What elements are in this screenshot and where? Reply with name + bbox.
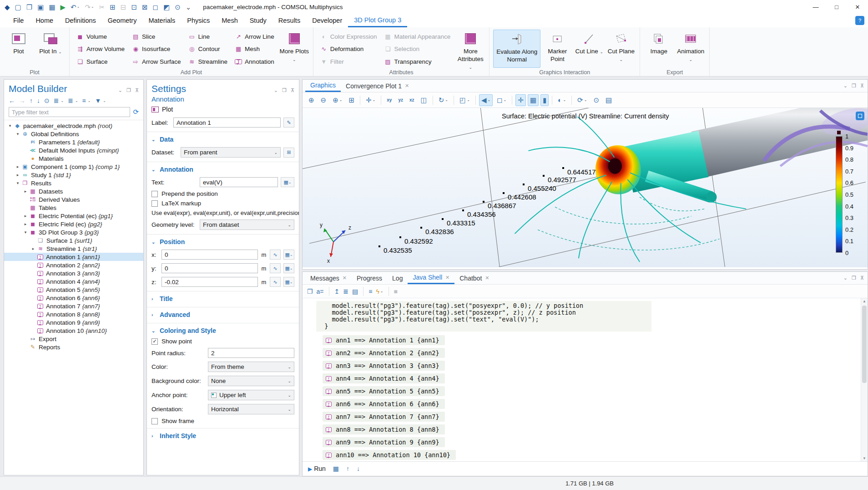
y-field[interactable]: 0: [161, 263, 258, 273]
filter-icon[interactable]: ▼: [95, 97, 101, 104]
shell-output-5[interactable]: Tann5 ==> Annotation 5 {ann5}: [323, 386, 445, 396]
tree-expander-icon[interactable]: ▸: [22, 189, 29, 194]
tree-item-materials[interactable]: ●Materials: [4, 154, 143, 163]
maximize-icon[interactable]: □: [826, 0, 847, 14]
tree-item-3d-plot-group-3[interactable]: ▾◼3D Plot Group 3{pg3}: [4, 228, 143, 236]
addplot-line[interactable]: ▭Line: [185, 31, 231, 43]
open-icon[interactable]: ❒: [26, 4, 32, 10]
scene-view-icon[interactable]: ◰⌄: [457, 94, 472, 106]
animation-button[interactable]: Animation ⌄: [676, 30, 706, 63]
minimize-icon[interactable]: —: [805, 0, 826, 14]
tree-item-results[interactable]: ▾❐Results: [4, 179, 143, 187]
range-icon[interactable]: ∿: [270, 277, 281, 287]
history-up-icon[interactable]: ↑: [346, 465, 349, 472]
run-button[interactable]: ▶ Run: [308, 465, 326, 472]
tree-item-parameters-1[interactable]: PiParameters 1{default}: [4, 138, 143, 146]
scroll-top-icon[interactable]: ↥: [334, 288, 340, 295]
tree-expander-icon[interactable]: ▾: [15, 181, 21, 185]
tab-3d-plot-group-3[interactable]: 3D Plot Group 3: [348, 14, 407, 27]
tree-item-surface-1[interactable]: ❏Surface 1{surf1}: [4, 236, 143, 245]
shell-output-6[interactable]: Tann6 ==> Annotation 6 {ann6}: [323, 399, 445, 409]
shell-output-10[interactable]: Tann10 ==> Annotation 10 {ann10}: [323, 450, 456, 460]
panel-float-icon[interactable]: ❐: [126, 87, 131, 93]
keyboard-icon[interactable]: ▦: [333, 465, 339, 472]
view-yz-icon[interactable]: yz: [396, 96, 405, 104]
c ut-line-button[interactable]: Cut Line ⌄: [574, 30, 604, 56]
tree-item-tables[interactable]: ▦Tables: [4, 204, 143, 212]
cut-plane-button[interactable]: Cut Plane ⌄: [606, 30, 636, 63]
find-icon[interactable]: ⊙: [175, 4, 181, 10]
select-box-icon[interactable]: ◻: [153, 4, 158, 10]
addplot-slice[interactable]: ▤Slice: [129, 31, 184, 43]
model-tree-columns-icon[interactable]: ≡: [82, 97, 86, 104]
addplot-contour[interactable]: ◎Contour: [185, 43, 231, 55]
variables-icon[interactable]: a=: [317, 288, 324, 295]
snapshot-icon[interactable]: ⊙: [591, 94, 601, 106]
collapse-all-icon[interactable]: ≣: [68, 97, 73, 104]
tree-item-study-1[interactable]: ▸∞Study 1{std 1}: [4, 171, 143, 179]
view-xy-icon[interactable]: xy: [384, 96, 394, 104]
view-xz-icon[interactable]: xz: [407, 96, 417, 104]
rename-icon[interactable]: ✎: [283, 117, 294, 128]
attr-selection[interactable]: ❏Selection: [381, 43, 454, 55]
range-icon[interactable]: ∿: [270, 263, 281, 273]
qat-customize-icon[interactable]: ⌄: [186, 4, 192, 10]
section-title[interactable]: ›Title: [147, 291, 299, 305]
plot-in-button[interactable]: Plot In ⌄: [35, 30, 66, 56]
menu-study[interactable]: Study: [244, 14, 273, 27]
tree-expander-icon[interactable]: ▾: [15, 132, 21, 136]
prepend-position-checkbox[interactable]: [151, 191, 158, 197]
shell-output-4[interactable]: Tann4 ==> Annotation 4 {ann4}: [323, 373, 445, 383]
menu-file[interactable]: File: [7, 14, 30, 27]
menu-definitions[interactable]: Definitions: [59, 14, 102, 27]
tree-item-reports[interactable]: ✎Reports: [4, 343, 143, 351]
y-menu-icon[interactable]: ▦⌄: [283, 263, 294, 273]
x-field[interactable]: 0: [161, 250, 258, 260]
evaluate-along-normal-button[interactable]: Evaluate Along Normal: [493, 30, 540, 68]
tree-item-derived-values[interactable]: 8.85 e-12Derived Values: [4, 195, 143, 204]
new-file-icon[interactable]: ▢: [15, 4, 21, 10]
assistant-icon[interactable]: ?: [855, 16, 864, 25]
close-tab-icon[interactable]: ✕: [405, 83, 409, 89]
color-select[interactable]: From theme⌄: [208, 362, 294, 372]
redo-icon[interactable]: ↷⌄: [85, 4, 94, 10]
shell-content[interactable]: model.result("pg3").feature(tag).set("po…: [303, 298, 868, 461]
show-icon[interactable]: ⊙: [44, 97, 50, 104]
shell-output-9[interactable]: Tann9 ==> Annotation 9 {ann9}: [323, 437, 445, 447]
tree-item-datasets[interactable]: ▸▦Datasets: [4, 187, 143, 195]
show-axes-icon[interactable]: ✛: [515, 94, 526, 106]
undo-icon[interactable]: ↶⌄: [71, 4, 80, 10]
attr-material-appearance[interactable]: ▦Material Appearance: [381, 31, 454, 43]
panel-menu-icon[interactable]: ⌄: [274, 87, 278, 93]
dataset-select[interactable]: From parent⌄: [181, 147, 281, 158]
copy-icon[interactable]: ⊞: [110, 4, 116, 10]
update-plot-icon[interactable]: ⟳⌄: [575, 94, 589, 106]
more-plots-button[interactable]: More Plots ⌄: [279, 30, 309, 63]
tree-item-electric-potential-ec-[interactable]: ▸◼Electric Potential (ec){pg1}: [4, 212, 143, 220]
label-field[interactable]: Annotation 1: [173, 117, 281, 128]
section-inherit-style[interactable]: ›Inherit Style: [147, 428, 299, 442]
scrollbar-thumb[interactable]: [862, 306, 867, 383]
latex-markup-checkbox[interactable]: [151, 200, 158, 207]
tree-expander-icon[interactable]: ▸: [15, 164, 21, 169]
expand-all-icon[interactable]: ≣: [54, 97, 59, 104]
panel-pin-icon[interactable]: ⊼: [135, 87, 139, 93]
go-to-source-icon[interactable]: ⊞: [283, 148, 294, 158]
section-annotation[interactable]: ⌄Annotation: [147, 162, 299, 175]
section-data[interactable]: ⌄Data: [147, 132, 299, 145]
run-icon[interactable]: ▶: [61, 4, 66, 10]
panel-float-icon[interactable]: ❐: [852, 275, 856, 281]
attr-color-expression[interactable]: ◐Color Expression: [317, 31, 380, 43]
tree-filter-input[interactable]: Type filter text: [9, 107, 130, 117]
menu-geometry[interactable]: Geometry: [102, 14, 143, 27]
tree-expander-icon[interactable]: ▸: [15, 173, 21, 177]
tree-item-annotation-4[interactable]: TAnnotation 4{ann4}: [4, 277, 143, 286]
addplot-isosurface[interactable]: ◉Isosurface: [129, 43, 184, 55]
save-as-icon[interactable]: ▦: [49, 4, 55, 10]
panel-menu-icon[interactable]: ⌄: [118, 87, 122, 93]
history-down-icon[interactable]: ↓: [357, 465, 360, 472]
sound-icon[interactable]: ◀⌄: [479, 94, 493, 106]
section-position[interactable]: ⌄Position: [147, 234, 299, 248]
expression-menu-icon[interactable]: ▦⌄: [281, 177, 294, 187]
tree-item-default-model-inputs[interactable]: ≪Default Model Inputs{cminpt}: [4, 146, 143, 154]
